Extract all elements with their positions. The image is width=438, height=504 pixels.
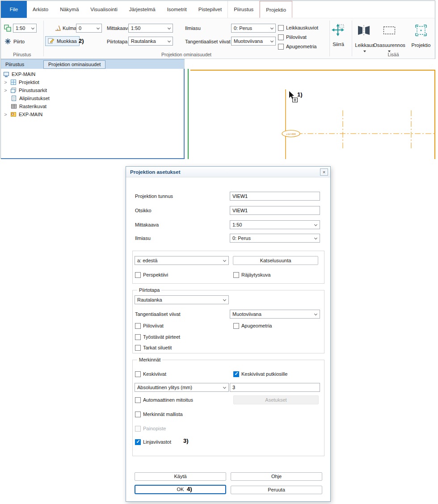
dialog-tangent-dropdown[interactable]: Muotoviivana: [230, 310, 320, 319]
piirtotapa-dropdown[interactable]: Rautalanka: [128, 37, 173, 46]
checkbox-box: [135, 439, 141, 445]
tree-item-rasterikuvat[interactable]: Rasterikuvat: [1, 102, 184, 110]
automaattinen-mitoitus-checkbox[interactable]: Automaattinen mitoitus: [135, 396, 193, 403]
ilmiasu-dropdown[interactable]: 0: Perus: [231, 24, 276, 33]
linjaviivastot-checkbox[interactable]: Linjaviivastot: [135, 438, 171, 445]
chevron-right-icon[interactable]: >: [3, 80, 8, 85]
siirra-button[interactable]: Siirrä: [328, 42, 349, 47]
projection-view-icon: [415, 24, 427, 38]
kayta-button[interactable]: Käytä: [135, 472, 226, 481]
apugeometria-checkbox[interactable]: Apugeometria: [278, 43, 317, 50]
dialog-mittakaava-label: Mittakaava: [135, 220, 159, 229]
ribbon-separator: [329, 21, 330, 56]
tree-item-exp-main[interactable]: EXP-MAIN: [1, 70, 184, 78]
monitor-icon: [3, 71, 9, 77]
dialog-ilmiasu-dropdown[interactable]: 0: Perus: [230, 234, 320, 243]
osasuurennos-button[interactable]: Osasuurennos: [372, 42, 407, 48]
keskiviivat-checkbox[interactable]: Keskiviivat: [135, 370, 166, 378]
piirtotapa-group-title: Piirtotapa: [137, 287, 161, 294]
tyostavat-piirteet-checkbox[interactable]: Työstävät piirteet: [135, 333, 180, 340]
merkinnat-mallista-checkbox[interactable]: Merkinnät mallista: [135, 411, 183, 418]
rajaytyskuva-checkbox[interactable]: Räjäytyskuva: [233, 271, 270, 278]
kulma-dropdown[interactable]: 0: [76, 24, 102, 33]
chevron-down-icon: [31, 26, 34, 29]
projektio-button[interactable]: Projektio: [409, 42, 433, 48]
tree-item-alipiirustukset[interactable]: Alipiirustukset: [1, 94, 184, 102]
otsikko-input[interactable]: [230, 206, 320, 215]
projection-icon: [10, 79, 17, 85]
chevron-down-icon: [168, 26, 171, 29]
tab-file[interactable]: File: [1, 1, 27, 18]
tab-jarjestelma[interactable]: Järjestelmä: [123, 1, 161, 18]
panel-tab-strip: Piirustus Projektion ominaisuudet: [1, 59, 185, 69]
ribbon-group-label-piirustus: Piirustus: [1, 51, 43, 58]
move-icon: [332, 23, 345, 38]
ok-button[interactable]: OK: [135, 485, 226, 494]
dialog-apugeometria-checkbox[interactable]: Apugeometria: [233, 322, 272, 329]
perspektiivi-checkbox[interactable]: Perspektiivi: [135, 271, 168, 278]
chevron-down-icon: [270, 39, 274, 42]
dialog-piiloviivat-checkbox[interactable]: Piiloviivat: [135, 322, 164, 329]
chevron-down-icon: [223, 298, 226, 301]
mittakaava-dropdown[interactable]: 1:50: [128, 24, 173, 33]
drawing-geometry: +12.000: [185, 59, 436, 159]
projection-settings-dialog: Projektion asetukset × Projektion tunnus…: [126, 166, 331, 502]
katselusuunta-button[interactable]: Katselusuunta: [233, 256, 318, 265]
tab-arkisto[interactable]: Arkisto: [27, 1, 54, 18]
dialog-piirtotapa-dropdown[interactable]: Rautalanka: [135, 295, 229, 304]
drawing-tree-panel: EXP-MAIN > Projektiot > Piirustusarkit A…: [1, 69, 185, 159]
tab-piirustus[interactable]: Piirustus: [227, 1, 260, 18]
checkbox-box: [135, 334, 141, 340]
piirto-button[interactable]: Piirto: [2, 37, 27, 46]
ohje-button[interactable]: Ohje: [231, 472, 322, 481]
panel-tab-projektion-ominaisuudet[interactable]: Projektion ominaisuudet: [43, 60, 105, 69]
dialog-tangent-label: Tangentiaaliset viivat: [135, 310, 181, 319]
checkbox-box: [135, 412, 141, 417]
tab-nakyma[interactable]: Näkymä: [54, 1, 84, 18]
checkbox-box: [135, 371, 141, 377]
tab-isometrit[interactable]: Isometrit: [161, 1, 193, 18]
piiloviivat-checkbox[interactable]: Piiloviivat: [278, 34, 307, 41]
checkbox-box: [278, 34, 284, 40]
tangent-label: Tangentiaaliset viivat: [185, 37, 231, 46]
merkinnat-group-title: Merkinnät: [137, 357, 162, 363]
close-icon[interactable]: ×: [320, 168, 328, 176]
tab-visualisointi[interactable]: Visualisointi: [84, 1, 123, 18]
checkbox-box: [278, 25, 284, 31]
tree-item-exp-main-model[interactable]: > EXP-MAIN: [1, 110, 184, 118]
raster-grid-icon: [11, 103, 17, 109]
checkbox-box: [135, 323, 141, 329]
ylitys-dropdown[interactable]: Absoluuttinen ylitys (mm): [135, 383, 229, 392]
panel-tab-piirustus[interactable]: Piirustus: [5, 59, 24, 69]
checkbox-box: [135, 426, 141, 432]
leikkauskuviot-checkbox[interactable]: Leikkauskuviot: [278, 24, 318, 31]
ribbon-separator: [352, 21, 352, 56]
cursor-icon: [289, 91, 298, 102]
ribbon-scale-dropdown[interactable]: 1:50: [13, 24, 37, 33]
view-direction-dropdown[interactable]: a: edestä: [135, 256, 229, 265]
tab-projektio[interactable]: Projektio: [260, 1, 292, 18]
tree-item-piirustusarkit[interactable]: > Piirustusarkit: [1, 86, 184, 94]
tree-item-projektiot[interactable]: > Projektiot: [1, 78, 184, 86]
tab-pistepilvet[interactable]: Pistepilvet: [193, 1, 227, 18]
tangent-dropdown[interactable]: Muotoviivana: [231, 37, 276, 46]
tarkat-siluetit-checkbox[interactable]: Tarkat siluetit: [135, 344, 172, 351]
chevron-down-icon: [97, 26, 100, 29]
annotation-3: 3): [183, 437, 189, 444]
annotation-2: 2): [79, 38, 84, 44]
dialog-ilmiasu-label: Ilmiasu: [135, 234, 151, 243]
checkbox-box: [233, 371, 239, 377]
chevron-right-icon[interactable]: >: [3, 112, 8, 117]
tunnus-label: Projektion tunnus: [135, 192, 173, 201]
piirto-icon: [4, 38, 11, 46]
peruuta-button[interactable]: Peruuta: [231, 486, 322, 494]
tunnus-input[interactable]: [230, 192, 320, 201]
chevron-right-icon[interactable]: >: [3, 88, 8, 93]
chevron-down-icon: [223, 259, 226, 262]
ylitys-amount-input[interactable]: [230, 383, 320, 392]
checkbox-box: [135, 272, 141, 278]
drawing-canvas[interactable]: +12.000: [185, 59, 436, 159]
muokkaa-button[interactable]: Muokkaa: [45, 36, 80, 46]
keskiviivat-putkiosille-checkbox[interactable]: Keskiviivat putkiosille: [233, 370, 287, 378]
dialog-mittakaava-dropdown[interactable]: 1:50: [230, 220, 320, 229]
